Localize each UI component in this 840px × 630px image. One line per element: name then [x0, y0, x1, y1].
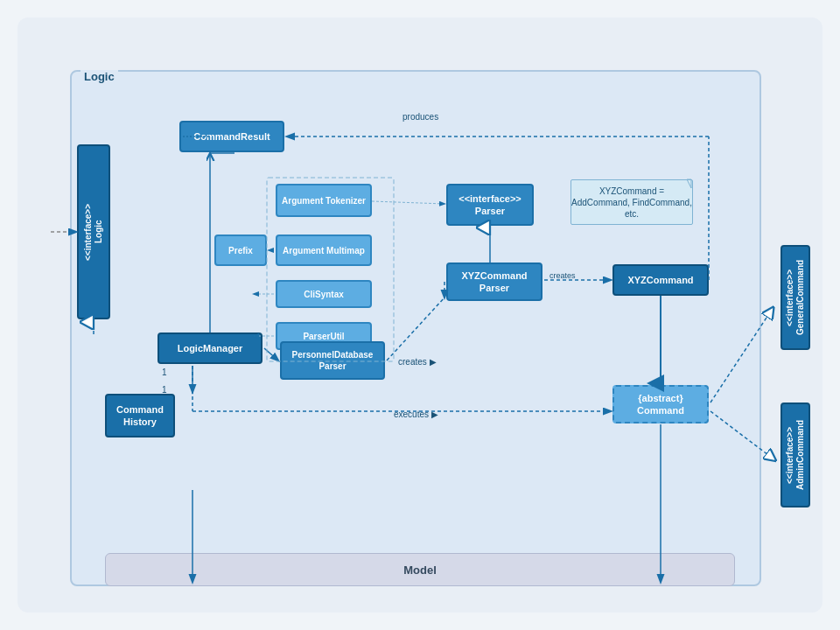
argument-tokenizer-box: Argument Tokenizer — [276, 184, 372, 217]
personnel-db-parser-box: PersonnelDatabase Parser — [280, 341, 385, 380]
command-result-box: CommandResult — [179, 121, 284, 152]
logic-bounding-box: Logic — [70, 70, 761, 586]
xyz-command-parser-box: XYZCommand Parser — [446, 262, 542, 301]
mult1: 1 — [162, 368, 167, 377]
executes-label: executes ▶ — [394, 410, 438, 419]
xyz-command-box: XYZCommand — [612, 264, 709, 296]
argument-multimap-box: Argument Multimap — [276, 234, 372, 266]
abstract-command-box: {abstract} Command — [612, 385, 709, 424]
logic-label: Logic — [80, 70, 118, 83]
interface-admin-box: <<interface>>AdminCommand — [780, 402, 810, 508]
produces-label: produces — [402, 112, 438, 122]
model-box: Model — [105, 553, 735, 586]
interface-parser-box: <<interface>> Parser — [446, 184, 534, 226]
prefix-box: Prefix — [214, 234, 267, 266]
note-box: XYZCommand = AddCommand, FindCommand, et… — [570, 179, 693, 225]
creates-label: creates — [550, 271, 576, 280]
creates2-label: creates ▶ — [398, 357, 437, 367]
logic-manager-box: LogicManager — [158, 332, 262, 364]
mult2: 1 — [162, 385, 167, 395]
cli-syntax-box: CliSyntax — [276, 280, 372, 308]
interface-logic-box: <<interface>>Logic — [77, 144, 110, 319]
command-history-box: Command History — [105, 394, 175, 438]
interface-general-box: <<interface>>GeneralCommand — [780, 245, 810, 350]
diagram-container: Logic Model <<interface>>Logic CommandRe… — [18, 18, 822, 612]
